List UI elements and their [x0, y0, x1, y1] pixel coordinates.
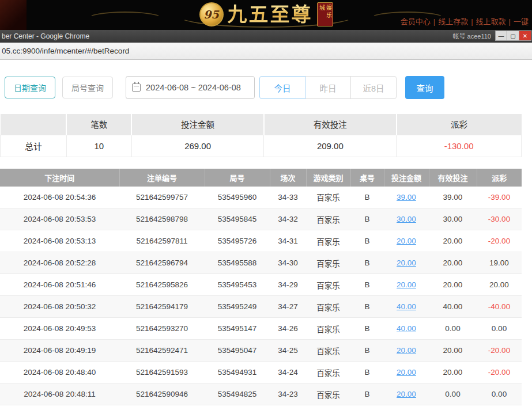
account-text: 帐号 acee110: [453, 31, 491, 40]
maximize-button[interactable]: ▢: [507, 31, 519, 41]
summary-table: 笔数 投注金额 有效投注 派彩 总计 10 269.00 209.00 -130…: [0, 114, 522, 157]
nav-link-online-deposit[interactable]: 线上存款: [438, 17, 468, 26]
table-row: 2024-06-08 20:52:28521642596794535495588…: [0, 252, 522, 274]
cell-order-no: 521642592471: [119, 340, 205, 362]
bet-amount-link[interactable]: 30.00: [397, 215, 416, 223]
site-logo: 95 九五至尊 娱乐城: [199, 2, 333, 27]
gold-wing-left-ornament: [88, 12, 163, 25]
bet-amount-link[interactable]: 20.00: [397, 390, 416, 398]
cell-round-no: 535495249: [205, 296, 270, 318]
cell-bet-amount: 20.00: [384, 230, 429, 252]
bet-amount-link[interactable]: 39.00: [397, 193, 416, 202]
cell-game-type: 百家乐: [306, 252, 350, 274]
cell-session: 34-33: [270, 187, 306, 208]
bet-amount-link[interactable]: 20.00: [397, 346, 416, 355]
summary-header-row: 笔数 投注金额 有效投注 派彩: [1, 114, 522, 135]
table-row: 2024-06-08 20:49:53521642593270535495147…: [0, 318, 522, 340]
header-table-no: 桌号: [350, 169, 384, 187]
bet-amount-link[interactable]: 40.00: [397, 302, 416, 311]
url-text[interactable]: 05.cc:9900/infe/mcenter/#/betRecord: [0, 47, 129, 55]
yesterday-button[interactable]: 昨日: [305, 76, 351, 99]
bet-amount-link[interactable]: 20.00: [397, 280, 416, 289]
header-left-decoration: [0, 0, 27, 30]
nav-link-online-withdraw[interactable]: 线上取款: [476, 17, 506, 26]
cell-payout: 19.00: [477, 252, 522, 274]
cell-table-no: B: [350, 318, 384, 340]
cell-round-no: 535495047: [205, 340, 270, 362]
cell-order-no: 521642595826: [119, 274, 205, 296]
date-range-value: 2024-06-08 ~ 2024-06-08: [146, 83, 241, 92]
cell-round-no: 535494931: [205, 362, 270, 383]
calendar-icon: [132, 83, 141, 92]
header-session: 场次: [270, 169, 306, 187]
cell-round-no: 535494825: [205, 383, 270, 405]
quick-range-group: 今日 昨日 近8日: [259, 76, 397, 99]
cell-table-no: B: [350, 208, 384, 230]
cell-game-type: 百家乐: [306, 274, 350, 296]
cell-order-no: 521642599757: [119, 187, 205, 208]
cell-payout: 0.00: [477, 383, 522, 405]
cell-payout: 20.00: [477, 274, 522, 296]
summary-total-label: 总计: [1, 135, 67, 157]
cell-bet-time: 2024-06-08 20:49:53: [0, 318, 119, 340]
cell-game-type: 百家乐: [306, 187, 350, 208]
tab-date-query[interactable]: 日期查询: [5, 77, 55, 98]
cell-bet-amount: 20.00: [384, 252, 429, 274]
cell-order-no: 521642590946: [119, 383, 205, 405]
bet-record-page: 日期查询 局号查询 2024-06-08 ~ 2024-06-08 今日 昨日 …: [0, 76, 532, 405]
last8days-button[interactable]: 近8日: [350, 76, 397, 99]
summary-header-count: 笔数: [66, 114, 131, 135]
window-controls: — ▢ ✕: [495, 31, 531, 41]
cell-bet-time: 2024-06-08 20:51:46: [0, 274, 119, 296]
cell-bet-time: 2024-06-08 20:54:36: [0, 187, 119, 208]
cell-round-no: 535495147: [205, 318, 270, 340]
titlebar-right: 帐号 acee110 — ▢ ✕: [453, 31, 531, 41]
cell-order-no: 521642591593: [119, 362, 205, 383]
cell-table-no: B: [350, 296, 384, 318]
summary-bet-amount-value: 269.00: [131, 135, 264, 157]
table-row: 2024-06-08 20:49:19521642592471535495047…: [0, 340, 522, 362]
cell-bet-amount: 40.00: [384, 296, 429, 318]
header-round-no: 局号: [205, 169, 270, 187]
cell-bet-amount: 20.00: [384, 383, 429, 405]
bet-amount-link[interactable]: 20.00: [397, 368, 416, 377]
cell-session: 34-23: [270, 383, 306, 405]
table-row: 2024-06-08 20:51:46521642595826535495453…: [0, 274, 522, 296]
minimize-button[interactable]: —: [495, 31, 507, 41]
date-range-input[interactable]: 2024-06-08 ~ 2024-06-08: [126, 76, 255, 99]
bet-amount-link[interactable]: 20.00: [397, 237, 416, 245]
cell-payout: -20.00: [477, 362, 522, 383]
header-valid-bet: 有效投注: [429, 169, 477, 187]
close-button[interactable]: ✕: [519, 31, 531, 41]
table-row: 2024-06-08 20:50:32521642594179535495249…: [0, 296, 522, 318]
browser-titlebar: ber Center - Google Chrome 帐号 acee110 — …: [0, 30, 532, 43]
cell-valid-bet: 39.00: [429, 187, 477, 208]
tab-round-query[interactable]: 局号查询: [62, 77, 113, 98]
nav-link-member-center[interactable]: 会员中心: [401, 17, 431, 26]
today-button[interactable]: 今日: [259, 76, 305, 99]
cell-valid-bet: 20.00: [429, 340, 477, 362]
bet-amount-link[interactable]: 20.00: [397, 259, 416, 267]
browser-urlbar: 05.cc:9900/infe/mcenter/#/betRecord: [0, 43, 532, 60]
cell-bet-time: 2024-06-08 20:53:53: [0, 208, 119, 230]
nav-link-quick-action[interactable]: 一键: [514, 17, 529, 26]
header-order-no: 注单编号: [119, 169, 205, 187]
cell-session: 34-32: [270, 208, 306, 230]
cell-session: 34-29: [270, 274, 306, 296]
bet-amount-link[interactable]: 40.00: [397, 324, 416, 333]
cell-payout: -39.00: [477, 187, 522, 208]
cell-game-type: 百家乐: [306, 318, 350, 340]
cell-bet-amount: 40.00: [384, 318, 429, 340]
header-bet-amount: 投注金额: [384, 169, 429, 187]
summary-payout-value: -130.00: [397, 135, 522, 157]
search-button[interactable]: 查询: [405, 76, 444, 99]
cell-session: 34-25: [270, 340, 306, 362]
table-row: 2024-06-08 20:53:53521642598798535495845…: [0, 208, 522, 230]
summary-total-row: 总计 10 269.00 209.00 -130.00: [1, 135, 522, 157]
cell-valid-bet: 20.00: [429, 362, 477, 383]
cell-bet-time: 2024-06-08 20:49:19: [0, 340, 119, 362]
logo-badge: 娱乐城: [317, 2, 333, 26]
cell-order-no: 521642596794: [119, 252, 205, 274]
summary-header-payout: 派彩: [397, 114, 522, 135]
cell-session: 34-31: [270, 230, 306, 252]
